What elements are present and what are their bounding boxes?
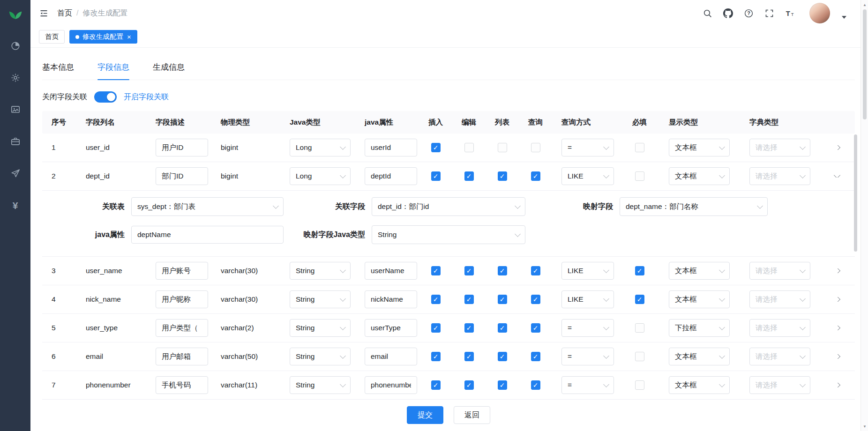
back-button[interactable]: 返回	[454, 406, 490, 424]
picture-monitor-icon[interactable]	[10, 104, 21, 115]
edit-checkbox[interactable]: ✓	[464, 380, 474, 390]
expand-row-icon[interactable]	[834, 268, 840, 273]
breadcrumb-home[interactable]: 首页	[57, 8, 72, 18]
collapse-row-icon[interactable]	[834, 175, 840, 178]
java-prop-input[interactable]	[365, 319, 417, 337]
edit-checkbox[interactable]	[464, 143, 474, 152]
field-desc-input[interactable]	[156, 290, 208, 308]
insert-checkbox[interactable]: ✓	[431, 323, 441, 333]
display-type-select[interactable]: 文本框	[669, 139, 730, 156]
dict-type-select[interactable]: 请选择	[749, 319, 810, 337]
display-type-select[interactable]: 文本框	[669, 167, 730, 185]
java-type-select[interactable]: String	[290, 290, 351, 308]
scrollbar-down-arrow-icon[interactable]: ▼	[861, 423, 868, 430]
assoc-table-select[interactable]: sys_dept：部门表	[131, 197, 284, 216]
list-checkbox[interactable]: ✓	[498, 171, 507, 181]
exp-java-prop-input[interactable]	[131, 226, 284, 244]
expand-row-icon[interactable]	[834, 145, 840, 150]
display-type-select[interactable]: 文本框	[669, 290, 730, 308]
tag-home[interactable]: 首页	[39, 30, 65, 44]
search-icon[interactable]	[703, 8, 712, 18]
dict-type-select[interactable]: 请选择	[749, 262, 810, 280]
query-type-select[interactable]: =	[561, 139, 614, 156]
table-scrollbar-thumb[interactable]	[854, 134, 857, 252]
field-association-toggle[interactable]	[94, 91, 117, 103]
insert-checkbox[interactable]: ✓	[431, 295, 441, 304]
insert-checkbox[interactable]: ✓	[431, 380, 441, 390]
required-checkbox[interactable]	[635, 171, 644, 181]
user-avatar[interactable]	[809, 3, 830, 23]
send-plane-icon[interactable]	[10, 168, 21, 179]
required-checkbox[interactable]	[635, 143, 644, 152]
display-type-select[interactable]: 下拉框	[669, 319, 730, 337]
query-checkbox[interactable]: ✓	[531, 380, 540, 390]
field-desc-input[interactable]	[156, 348, 208, 365]
java-prop-input[interactable]	[365, 262, 417, 280]
field-desc-input[interactable]	[156, 167, 208, 185]
java-prop-input[interactable]	[365, 167, 417, 185]
list-checkbox[interactable]: ✓	[498, 323, 507, 333]
edit-checkbox[interactable]: ✓	[464, 323, 474, 333]
java-prop-input[interactable]	[365, 348, 417, 365]
help-icon[interactable]: ?	[744, 8, 754, 18]
query-type-select[interactable]: LIKE	[561, 290, 614, 308]
map-field-select[interactable]: dept_name：部门名称	[620, 197, 768, 216]
query-type-select[interactable]: =	[561, 319, 614, 337]
java-prop-input[interactable]	[365, 376, 417, 394]
scrollbar-up-arrow-icon[interactable]: ▲	[861, 1, 868, 8]
list-checkbox[interactable]	[498, 143, 507, 152]
required-checkbox[interactable]	[635, 352, 644, 361]
sidebar-collapse-icon[interactable]	[39, 8, 49, 18]
query-type-select[interactable]: =	[561, 348, 614, 365]
dict-type-select[interactable]: 请选择	[749, 139, 810, 156]
query-checkbox[interactable]: ✓	[531, 295, 540, 304]
query-checkbox[interactable]: ✓	[531, 266, 540, 275]
java-type-select[interactable]: String	[290, 376, 351, 394]
field-desc-input[interactable]	[156, 376, 208, 394]
field-desc-input[interactable]	[156, 319, 208, 337]
association-on-link[interactable]: 开启字段关联	[124, 92, 169, 102]
insert-checkbox[interactable]: ✓	[431, 352, 441, 361]
map-java-type-select[interactable]: String	[372, 225, 525, 244]
query-checkbox[interactable]: ✓	[531, 171, 540, 181]
dict-type-select[interactable]: 请选择	[749, 348, 810, 365]
edit-checkbox[interactable]: ✓	[464, 295, 474, 304]
expand-row-icon[interactable]	[834, 383, 840, 387]
list-checkbox[interactable]: ✓	[498, 295, 507, 304]
tab-1[interactable]: 字段信息	[97, 62, 129, 80]
list-checkbox[interactable]: ✓	[498, 266, 507, 275]
submit-button[interactable]: 提交	[407, 406, 443, 424]
insert-checkbox[interactable]: ✓	[431, 266, 441, 275]
required-checkbox[interactable]	[635, 380, 644, 390]
tag-current[interactable]: 修改生成配置×	[69, 30, 137, 44]
query-checkbox[interactable]: ✓	[531, 323, 540, 333]
java-type-select[interactable]: String	[290, 319, 351, 337]
expand-row-icon[interactable]	[834, 354, 840, 359]
list-checkbox[interactable]: ✓	[498, 380, 507, 390]
expand-row-icon[interactable]	[834, 297, 840, 302]
query-type-select[interactable]: LIKE	[561, 262, 614, 280]
expand-row-icon[interactable]	[834, 326, 840, 330]
dict-type-select[interactable]: 请选择	[749, 376, 810, 394]
edit-checkbox[interactable]: ✓	[464, 171, 474, 181]
query-checkbox[interactable]	[531, 143, 540, 152]
currency-yen-icon[interactable]: ¥	[10, 200, 21, 211]
required-checkbox[interactable]: ✓	[635, 295, 644, 304]
list-checkbox[interactable]: ✓	[498, 352, 507, 361]
briefcase-icon[interactable]	[10, 136, 21, 147]
edit-checkbox[interactable]: ✓	[464, 266, 474, 275]
query-type-select[interactable]: =	[561, 376, 614, 394]
java-type-select[interactable]: String	[290, 348, 351, 365]
scrollbar-thumb[interactable]	[863, 9, 867, 119]
required-checkbox[interactable]	[635, 323, 644, 333]
settings-gear-icon[interactable]	[10, 72, 21, 83]
user-menu-caret-icon[interactable]	[842, 16, 846, 19]
query-type-select[interactable]: LIKE	[561, 167, 614, 185]
github-icon[interactable]	[723, 8, 733, 18]
tab-0[interactable]: 基本信息	[42, 62, 74, 80]
display-type-select[interactable]: 文本框	[669, 376, 730, 394]
fullscreen-icon[interactable]	[764, 8, 774, 18]
java-type-select[interactable]: String	[290, 262, 351, 280]
query-checkbox[interactable]: ✓	[531, 352, 540, 361]
dict-type-select[interactable]: 请选择	[749, 290, 810, 308]
